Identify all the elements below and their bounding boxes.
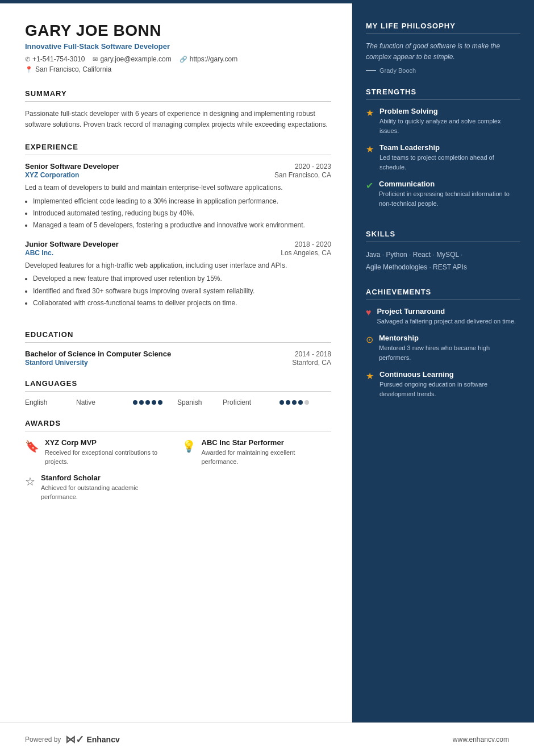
award-content-3: Stanford Scholar Achieved for outstandin… [41,473,175,502]
exp-bullets-1: Implemented efficient code leading to a … [25,196,331,231]
footer: Powered by ⋈✓ Enhancv www.enhancv.com [0,722,534,756]
achievement-name-3: Continuous Learning [379,370,520,379]
award-name-2: ABC Inc Star Performer [202,438,332,447]
edu-dates-1: 2014 - 2018 [295,350,331,358]
email-text: gary.joe@example.com [100,55,171,63]
exp-location-2: Los Angeles, CA [281,249,331,257]
email-icon: ✉ [93,56,98,63]
lang-english-level: Native [76,398,127,406]
exp-company-1: XYZ Corporation [25,171,79,179]
enhancv-logo: ⋈✓ Enhancv [65,733,119,746]
resume-wrapper: GARY JOE BONN Innovative Full-Stack Soft… [0,0,534,756]
email-item: ✉ gary.joe@example.com [93,55,171,63]
achievements-section: ACHIEVEMENTS ♥ Project Turnaround Salvag… [366,288,520,407]
achievement-content-1: Project Turnaround Salvaged a faltering … [377,307,516,326]
dot [133,400,137,405]
strength-name-1: Problem Solving [379,107,520,115]
bullet-1-2: Introduced automated testing, reducing b… [33,208,331,219]
exp-dates-2: 2018 - 2020 [295,240,331,248]
award-name-3: Stanford Scholar [41,473,175,482]
brand-name: Enhancv [86,735,119,744]
powered-by: Powered by ⋈✓ Enhancv [25,733,120,746]
dot [158,400,162,405]
strengths-title: STRENGTHS [366,88,520,100]
exp-desc-2: Developed features for a high-traffic we… [25,260,331,271]
exp-title-2: Junior Software Developer [25,240,119,248]
enhancv-icon: ⋈✓ [65,733,84,746]
edu-location-1: Stanford, CA [292,359,331,367]
edu-header-1: Bachelor of Science in Computer Science … [25,350,331,358]
achievement-desc-1: Salvaged a faltering project and deliver… [377,317,516,326]
phone-item: ✆ +1-541-754-3010 [25,55,85,63]
education-title: EDUCATION [25,330,331,343]
sep: · [431,251,436,259]
lang-spanish-dots [279,400,309,405]
philosophy-author: Grady Booch [366,67,520,74]
summary-section: SUMMARY Passionate full-stack developer … [25,89,331,130]
skills-section: SKILLS Java · Python · React · MySQL · A… [366,230,520,273]
lang-spanish-level: Proficient [223,398,274,406]
award-desc-1: Received for exceptional contributions t… [45,448,175,467]
check-icon-strength-3: ✔ [366,180,373,191]
bullet-2-3: Collaborated with cross-functional teams… [33,298,331,309]
lang-english: English [25,398,76,406]
exp-subheader-1: XYZ Corporation San Francisco, CA [25,171,331,179]
education-section: EDUCATION Bachelor of Science in Compute… [25,330,331,367]
achievement-name-2: Mentorship [379,334,520,342]
award-item-1: 🔖 XYZ Corp MVP Received for exceptional … [25,438,175,467]
award-item-2: 💡 ABC Inc Star Performer Awarded for mai… [182,438,332,467]
phone-icon: ✆ [25,56,30,63]
lang-english-dots [133,400,162,405]
star-icon: ☆ [25,475,35,488]
skills-title: SKILLS [366,230,520,242]
languages-section: LANGUAGES English Native Spanish Profici… [25,379,331,406]
achievement-content-3: Continuous Learning Pursued ongoing educ… [379,370,520,398]
exp-item-2: Junior Software Developer 2018 - 2020 AB… [25,240,331,309]
skill-mysql: MySQL [436,251,459,259]
achievement-item-1: ♥ Project Turnaround Salvaged a falterin… [366,307,520,326]
exp-location-1: San Francisco, CA [274,171,331,179]
strength-desc-3: Proficient in expressing technical infor… [379,189,520,208]
philosophy-title: MY LIFE PHILOSOPHY [366,22,520,34]
sep: · [380,251,386,259]
edu-item-1: Bachelor of Science in Computer Science … [25,350,331,367]
dot [292,400,297,405]
skills-text: Java · Python · React · MySQL · Agile Me… [366,249,520,273]
dot [145,400,150,405]
exp-header-1: Senior Software Developer 2020 - 2023 [25,162,331,171]
strength-item-2: ★ Team Leadership Led teams to project c… [366,143,520,172]
dot [286,400,290,405]
bullet-2-1: Developed a new feature that improved us… [33,273,331,284]
award-name-1: XYZ Corp MVP [45,438,175,447]
footer-url: www.enhancv.com [453,736,509,743]
heart-icon: ♥ [366,308,372,318]
strength-item-1: ★ Problem Solving Ability to quickly ana… [366,107,520,135]
summary-text: Passionate full-stack developer with 6 y… [25,109,331,130]
strength-name-2: Team Leadership [379,143,520,152]
bullet-2-2: Identified and fixed 30+ software bugs i… [33,286,331,297]
strength-desc-1: Ability to quickly analyze and solve com… [379,117,520,135]
experience-section: EXPERIENCE Senior Software Developer 202… [25,143,331,318]
achievement-desc-3: Pursued ongoing education in software de… [379,380,520,398]
sep: · [459,251,463,259]
strength-name-3: Communication [379,180,520,188]
skill-react: React [413,251,431,259]
summary-title: SUMMARY [25,89,331,102]
author-dash [366,70,376,71]
exp-item-1: Senior Software Developer 2020 - 2023 XY… [25,162,331,231]
resume-body: GARY JOE BONN Innovative Full-Stack Soft… [0,3,534,722]
awards-section: AWARDS 🔖 XYZ Corp MVP Received for excep… [25,419,331,502]
skill-rest: REST APIs [433,263,467,271]
awards-grid: 🔖 XYZ Corp MVP Received for exceptional … [25,438,331,502]
achievement-name-1: Project Turnaround [377,307,516,315]
candidate-title: Innovative Full-Stack Software Developer [25,42,331,51]
bullet-1-1: Implemented efficient code leading to a … [33,196,331,207]
edu-degree-1: Bachelor of Science in Computer Science [25,350,171,358]
languages-title: LANGUAGES [25,379,331,392]
philosophy-text: The function of good software is to make… [366,41,520,63]
edu-subheader-1: Stanford University Stanford, CA [25,359,331,367]
award-item-3: ☆ Stanford Scholar Achieved for outstand… [25,473,175,502]
achievements-title: ACHIEVEMENTS [366,288,520,300]
lang-row-english: English Native Spanish Proficient [25,398,331,406]
powered-by-text: Powered by [25,736,61,743]
